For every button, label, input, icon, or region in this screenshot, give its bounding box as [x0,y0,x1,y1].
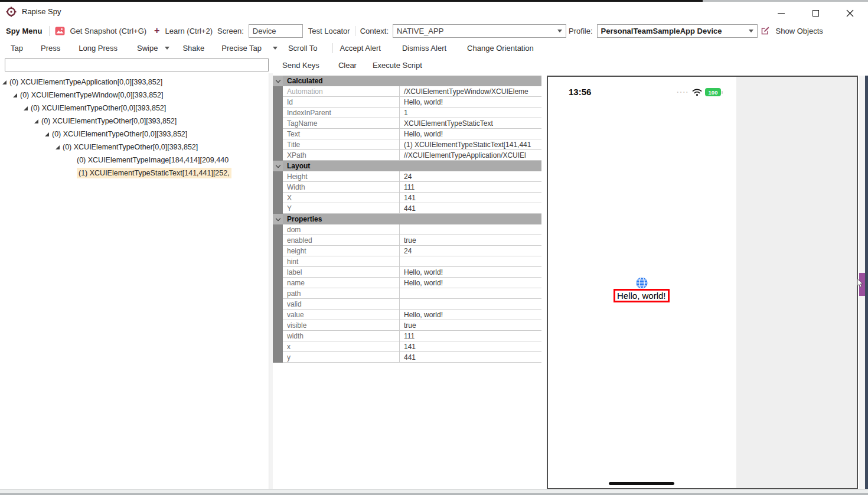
tree-item-statictext-selected[interactable]: (1) XCUIElementTypeStaticText[141,441][2… [0,167,269,180]
grid-row[interactable]: Id Hello, world! [273,97,541,108]
property-value: Hello, world! [400,267,541,278]
scroll-to-button[interactable]: Scroll To [288,44,318,53]
grid-row[interactable]: hint [273,256,541,267]
device-screen[interactable]: 13:56 ···· 100 Hello, w [548,77,736,488]
long-press-button[interactable]: Long Press [79,44,118,53]
dismiss-alert-button[interactable]: Dismiss Alert [402,44,446,53]
shake-button[interactable]: Shake [182,44,204,53]
grid-row[interactable]: valid [273,299,541,310]
globe-icon [635,276,649,290]
grid-row[interactable]: name Hello, world! [273,278,541,288]
swipe-dropdown-icon[interactable] [165,47,169,50]
grid-section-calculated[interactable]: Calculated [273,76,541,86]
grid-row[interactable]: width 111 [273,331,541,341]
precise-tap-dropdown-icon[interactable] [273,47,278,50]
precise-tap-button[interactable]: Precise Tap [221,44,262,53]
send-keys-toolbar: Send Keys Clear Execute Script [0,57,868,73]
window-bottom-edge [0,489,868,495]
grid-row[interactable]: Height 24 [273,171,541,182]
chevron-down-icon [749,30,753,32]
test-locator-button[interactable]: Test Locator [308,27,350,35]
get-snapshot-button[interactable]: Get Snapshot (Ctrl+G) [70,27,146,35]
property-name: enabled [283,235,400,246]
property-value: /XCUIElementTypeWindow/XCUIEleme [400,86,541,97]
property-value: //XCUIElementTypeApplication/XCUIEl [400,150,541,161]
property-value: Hello, world! [400,310,541,320]
tree-item-other-1[interactable]: (0) XCUIElementTypeOther[0,0][393,852] [0,102,269,115]
property-value: Hello, world! [400,129,541,139]
grid-row[interactable]: X 141 [273,193,541,203]
grid-row[interactable]: XPath //XCUIElementTypeApplication/XCUIE… [273,150,541,161]
screen-select[interactable]: Device [249,24,303,38]
spy-menu-button[interactable]: Spy Menu [6,27,42,35]
expander-icon[interactable] [45,132,49,136]
grid-row[interactable]: dom [273,224,541,235]
grid-row[interactable]: path [273,288,541,299]
grid-row[interactable]: value Hello, world! [273,310,541,320]
change-orientation-button[interactable]: Change Orientation [467,44,534,53]
edit-profile-icon[interactable] [761,26,770,35]
profile-select[interactable]: PersonalTeamSampleApp Device [597,24,758,38]
property-name: value [283,310,400,320]
grid-section-properties[interactable]: Properties [273,214,541,224]
minimize-button[interactable] [776,8,787,19]
collapse-icon[interactable] [275,216,280,220]
property-name: Width [283,182,400,193]
property-value: Hello, world! [400,97,541,108]
tree-item-application[interactable]: (0) XCUIElementTypeApplication[0,0][393,… [0,76,269,89]
property-name: dom [283,224,400,235]
grid-row[interactable]: Automation /XCUIElementTypeWindow/XCUIEl… [273,86,541,97]
tree-item-other-2[interactable]: (0) XCUIElementTypeOther[0,0][393,852] [0,115,269,128]
expander-icon[interactable] [24,106,28,110]
property-name: y [283,352,400,363]
property-value: 441 [400,352,541,363]
accept-alert-button[interactable]: Accept Alert [340,44,381,53]
grid-row[interactable]: Text Hello, world! [273,129,541,139]
grid-row[interactable]: IndexInParent 1 [273,108,541,118]
press-button[interactable]: Press [41,44,60,53]
property-name: TagName [283,118,400,129]
tap-button[interactable]: Tap [11,44,23,53]
clear-button[interactable]: Clear [338,61,357,70]
grid-row[interactable]: x 141 [273,341,541,352]
swipe-button[interactable]: Swipe [137,44,158,53]
grid-row[interactable]: visible true [273,320,541,331]
expander-icon[interactable] [56,145,60,149]
grid-row[interactable]: Y 441 [273,203,541,214]
tree-item-image[interactable]: (0) XCUIElementTypeImage[184,414][209,44… [0,154,269,167]
grid-section-layout[interactable]: Layout [273,161,541,171]
collapse-icon[interactable] [275,162,280,167]
send-keys-button[interactable]: Send Keys [282,61,319,70]
grid-row[interactable]: label Hello, world! [273,267,541,278]
learn-button[interactable]: Learn (Ctrl+2) [165,27,213,35]
property-value [400,224,541,235]
maximize-button[interactable] [810,8,821,19]
property-name: path [283,288,400,299]
grid-row[interactable]: TagName XCUIElementTypeStaticText [273,118,541,129]
collapse-icon[interactable] [275,77,280,82]
tree-item-other-4[interactable]: (0) XCUIElementTypeOther[0,0][393,852] [0,141,269,154]
keys-input[interactable] [5,58,269,71]
context-select[interactable]: NATIVE_APP [393,24,566,38]
maximize-icon [812,10,819,17]
hello-world-highlighted-element[interactable]: Hello, world! [614,289,670,302]
mouse-cursor [857,278,865,289]
grid-row[interactable]: enabled true [273,235,541,246]
close-button[interactable] [844,8,855,19]
execute-script-button[interactable]: Execute Script [373,61,422,70]
expander-icon[interactable] [2,80,6,84]
window-right-edge [865,76,868,495]
property-value: 441 [400,203,541,214]
expander-icon[interactable] [34,119,38,123]
context-label: Context: [360,27,389,35]
tree-item-other-3[interactable]: (0) XCUIElementTypeOther[0,0][393,852] [0,128,269,141]
grid-row[interactable]: height 24 [273,246,541,256]
expander-icon[interactable] [13,93,17,97]
grid-row[interactable]: Title (1) XCUIElementTypeStaticText[141,… [273,139,541,150]
grid-row[interactable]: y 441 [273,352,541,363]
tree-item-window[interactable]: (0) XCUIElementTypeWindow[0,0][393,852] [0,89,269,102]
show-objects-button[interactable]: Show Objects [776,27,823,35]
grid-row[interactable]: Width 111 [273,182,541,193]
toolbar-separator [355,26,355,36]
property-value [400,256,541,267]
